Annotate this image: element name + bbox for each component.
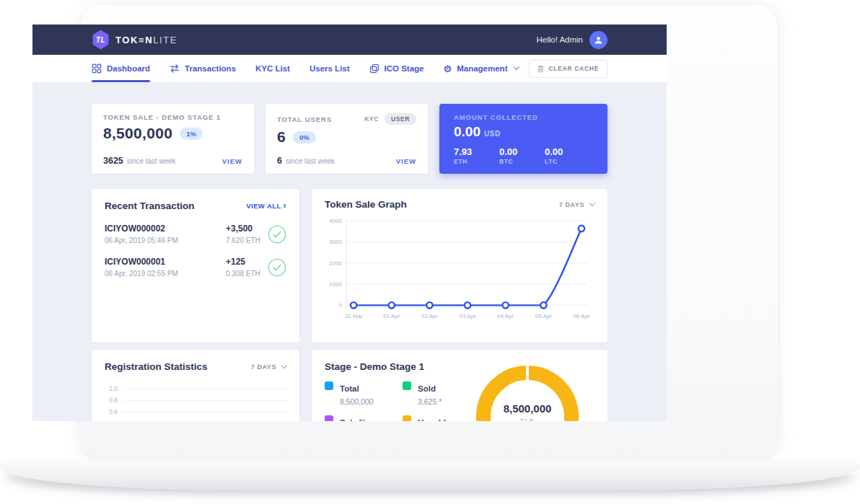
chevron-down-icon — [589, 200, 595, 206]
tab-label: Transactions — [185, 64, 236, 73]
tab-label: KYC List — [255, 64, 290, 73]
transaction-amount: +3,500 — [226, 224, 268, 234]
legend-value: 8,500,000 — [340, 397, 403, 406]
period-label: 7 DAYS — [251, 363, 276, 371]
laptop-mockup: TL TOK≡NLITE Hello! Admin — [0, 0, 860, 504]
amount-currency: USD — [484, 130, 501, 138]
topbar: TL TOK≡NLITE Hello! Admin — [32, 25, 667, 55]
view-link[interactable]: VIEW — [396, 157, 416, 165]
transaction-row[interactable]: ICIYOW000001 06 Apr, 2019 02:55 PM +125 … — [105, 257, 286, 278]
gridline — [123, 400, 286, 401]
gear-icon: ⚙ — [444, 64, 452, 74]
middle-row: Recent Transaction VIEW ALL › ICIYOW0000… — [92, 189, 607, 342]
tab-kyc-list[interactable]: KYC List — [255, 55, 290, 82]
legend-item-sale-pct: Sale % — [325, 415, 403, 421]
transaction-date: 06 Apr, 2019 05:46 PM — [105, 236, 226, 244]
token-sale-value: 8,500,000 — [103, 125, 172, 142]
delta-value: 6 — [277, 156, 282, 166]
user-greeting: Hello! Admin — [536, 31, 607, 49]
y-tick-label: 0.8 — [105, 397, 118, 404]
amount-collected-card: AMOUNT COLLECTED 0.00 USD 7.93 ETH 0.00 … — [439, 104, 607, 174]
amount-value: 0.00 — [454, 124, 481, 140]
logo-text: TOK≡NLITE — [115, 35, 177, 45]
tab-ico-stage[interactable]: ICO Stage — [369, 55, 424, 82]
total-users-value: 6 — [277, 128, 286, 146]
toggle-user[interactable]: USER — [385, 113, 416, 125]
stage-donut-chart: 8,500,000 TLE — [476, 366, 579, 421]
recent-transactions-card: Recent Transaction VIEW ALL › ICIYOW0000… — [92, 189, 299, 342]
tab-label: ICO Stage — [385, 64, 424, 73]
view-all-link[interactable]: VIEW ALL › — [246, 202, 286, 210]
logo-text-bold: TOK≡N — [115, 35, 153, 45]
breakdown-eth: 7.93 ETH — [454, 146, 499, 165]
panel-title: Registration Statistics — [105, 361, 208, 372]
tab-dashboard[interactable]: Dashboard — [92, 55, 150, 82]
user-avatar[interactable] — [589, 31, 607, 49]
token-sale-graph-card: Token Sale Graph 7 DAYS 0100020003000400… — [312, 189, 607, 342]
gridline — [123, 412, 286, 412]
delta-caption: since last week — [127, 157, 176, 165]
chevron-right-icon: › — [284, 201, 286, 210]
panel-title: Recent Transaction — [105, 200, 195, 211]
transaction-id: ICIYOW000001 — [105, 257, 226, 267]
breakdown-label: LTC — [545, 158, 590, 165]
percent-badge: 1% — [180, 128, 203, 140]
y-tick-label: 0.6 — [105, 408, 118, 415]
legend-swatch — [325, 415, 333, 421]
swap-icon — [170, 63, 180, 74]
tab-users-list[interactable]: Users List — [310, 55, 350, 82]
trash-icon — [538, 65, 544, 73]
tab-management[interactable]: ⚙ Management — [444, 55, 519, 82]
svg-text:01 Apr: 01 Apr — [383, 313, 400, 319]
breakdown-ltc: 0.00 LTC — [545, 146, 590, 165]
period-dropdown[interactable]: 7 DAYS — [251, 363, 286, 371]
breakdown-label: BTC — [499, 158, 545, 165]
tab-label: Dashboard — [107, 64, 150, 73]
card-title: TOTAL USERS — [277, 115, 332, 123]
dashboard-content: TOKEN SALE - DEMO STAGE 1 8,500,000 1% 3… — [32, 82, 667, 421]
legend-label: Unsold — [418, 418, 446, 421]
registration-chart-axis: 1.0 0.8 0.6 — [105, 383, 286, 417]
transaction-eth: 7.620 ETH — [226, 236, 268, 244]
chevron-down-icon — [514, 64, 519, 70]
tab-label: Users List — [310, 64, 350, 73]
delta-value: 3625 — [103, 156, 123, 166]
check-circle-icon — [268, 258, 286, 277]
total-users-card: TOTAL USERS KYC USER 6 0% 6 since last w… — [266, 104, 428, 174]
donut-center-label: TLE — [476, 417, 579, 421]
toggle-kyc[interactable]: KYC — [364, 115, 379, 123]
transaction-row[interactable]: ICIYOW000002 06 Apr, 2019 05:46 PM +3,50… — [105, 224, 286, 244]
svg-text:31 Mar: 31 Mar — [345, 313, 363, 319]
registration-statistics-card: Registration Statistics 7 DAYS 1.0 0.8 0… — [92, 350, 299, 421]
transaction-eth: 0.308 ETH — [226, 270, 268, 278]
legend-swatch — [325, 381, 333, 390]
laptop-base — [0, 460, 860, 490]
logo-text-light: LITE — [153, 35, 177, 45]
breakdown-value: 0.00 — [499, 146, 545, 157]
transaction-date: 06 Apr, 2019 02:55 PM — [105, 270, 226, 278]
card-title: AMOUNT COLLECTED — [454, 113, 593, 121]
breakdown-value: 0.00 — [545, 146, 590, 157]
tab-transactions[interactable]: Transactions — [170, 55, 236, 82]
legend-label: Sale % — [340, 418, 367, 421]
stage-summary-card: Stage - Demo Stage 1 Total 8,500,000 Sol… — [312, 350, 607, 421]
panel-title: Token Sale Graph — [325, 199, 407, 210]
period-dropdown[interactable]: 7 DAYS — [559, 201, 594, 208]
view-all-label: VIEW ALL — [246, 202, 281, 210]
nav-items: Dashboard Transactions KYC List Users Li… — [92, 55, 519, 82]
legend-label: Total — [340, 384, 359, 393]
svg-text:3000: 3000 — [329, 239, 342, 245]
legend-swatch — [403, 415, 411, 421]
card-title: TOKEN SALE - DEMO STAGE 1 — [103, 113, 242, 121]
view-link[interactable]: VIEW — [222, 157, 242, 165]
tokenlite-logo[interactable]: TL TOK≡NLITE — [92, 30, 177, 50]
delta-caption: since last week — [286, 157, 335, 165]
check-circle-icon — [268, 225, 286, 244]
legend-value: 3,625 * — [418, 397, 481, 406]
svg-text:03 Apr: 03 Apr — [459, 313, 476, 319]
breakdown-label: ETH — [454, 158, 499, 165]
clear-cache-button[interactable]: CLEAR CACHE — [529, 60, 607, 78]
grid-icon — [92, 63, 102, 74]
chevron-down-icon — [281, 363, 287, 368]
legend-item-unsold: Unsold — [403, 415, 481, 421]
